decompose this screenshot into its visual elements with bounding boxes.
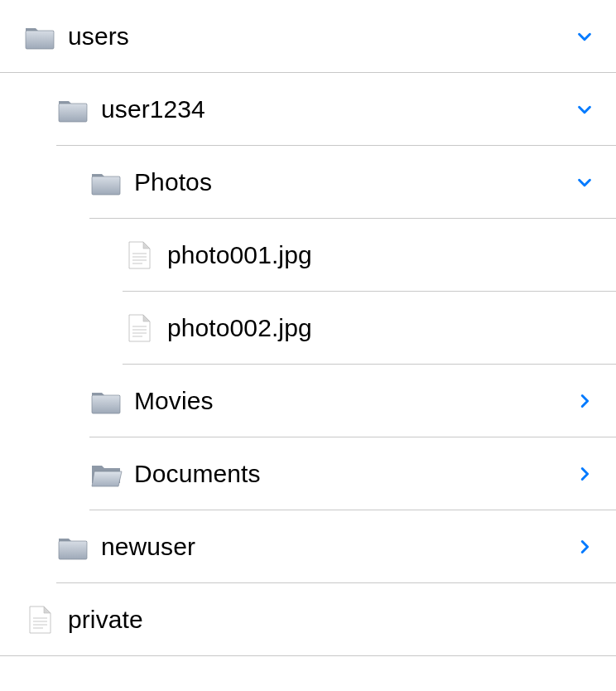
folder-row-newuser[interactable]: newuser — [0, 510, 616, 583]
folder-label: Photos — [134, 168, 573, 196]
file-row-photo002[interactable]: photo002.jpg — [0, 292, 616, 365]
folder-row-movies[interactable]: Movies — [0, 365, 616, 437]
folder-icon — [89, 166, 123, 199]
folder-label: user1234 — [101, 95, 573, 123]
chevron-right-icon[interactable] — [573, 535, 596, 558]
file-icon — [123, 312, 156, 345]
file-icon — [23, 603, 56, 636]
svg-rect-0 — [26, 31, 54, 49]
svg-rect-12 — [59, 541, 87, 559]
folder-label: Documents — [134, 460, 573, 488]
chevron-down-icon[interactable] — [573, 98, 596, 121]
file-row-private[interactable]: private — [0, 583, 616, 656]
chevron-right-icon[interactable] — [573, 462, 596, 486]
folder-icon — [23, 20, 56, 53]
file-label: private — [68, 606, 596, 634]
chevron-down-icon[interactable] — [573, 25, 596, 48]
folder-icon — [56, 93, 89, 126]
svg-rect-2 — [92, 176, 120, 195]
folder-row-photos[interactable]: Photos — [0, 146, 616, 219]
folder-row-user1234[interactable]: user1234 — [0, 73, 616, 146]
file-row-photo001[interactable]: photo001.jpg — [0, 219, 616, 292]
folder-open-icon — [89, 457, 123, 490]
folder-row-users[interactable]: users — [0, 0, 616, 73]
file-label: photo002.jpg — [167, 314, 596, 342]
file-icon — [123, 239, 156, 272]
folder-label: Movies — [134, 387, 573, 415]
folder-icon — [56, 530, 89, 563]
folder-label: newuser — [101, 533, 573, 561]
svg-rect-1 — [59, 104, 87, 122]
folder-label: users — [68, 22, 573, 51]
svg-rect-11 — [92, 395, 120, 413]
chevron-down-icon[interactable] — [573, 171, 596, 194]
folder-row-documents[interactable]: Documents — [0, 437, 616, 510]
folder-icon — [89, 384, 123, 418]
chevron-right-icon[interactable] — [573, 389, 596, 413]
file-tree: users user1234 Photos — [0, 0, 616, 656]
file-label: photo001.jpg — [167, 241, 596, 269]
